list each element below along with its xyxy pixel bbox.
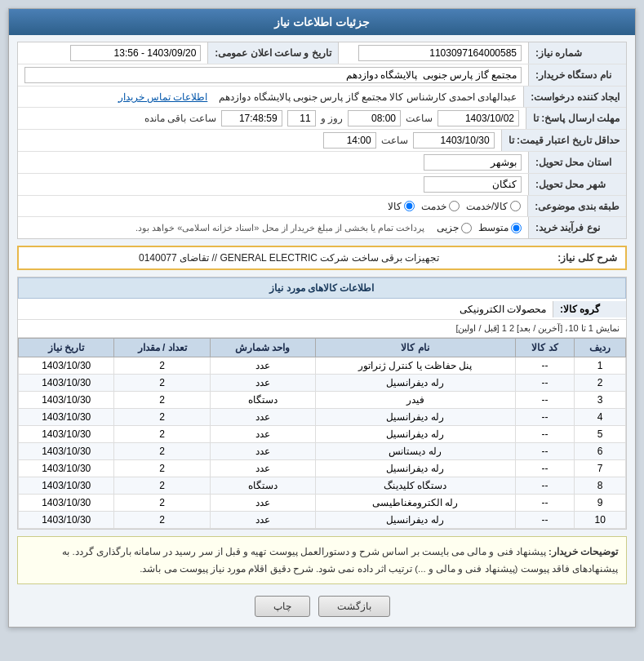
table-cell-date: 1403/10/30: [19, 477, 114, 495]
table-cell-unit: دستگاه: [210, 392, 315, 409]
table-cell-row: 10: [575, 512, 626, 529]
reply-date-input[interactable]: [437, 110, 519, 126]
col-unit: واحد شمارش: [210, 339, 315, 357]
items-section: اطلاعات کالاهای مورد نیاز گروه کالا: محص…: [17, 277, 627, 530]
time-label: ساعت: [406, 113, 433, 124]
table-cell-name: رله الکترومغناطیسی: [315, 495, 515, 512]
items-table: ردیف کد کالا نام کالا واحد شمارش تعداد /…: [18, 338, 626, 529]
remaining-label: ساعت باقی مانده: [144, 113, 216, 124]
table-cell-qty: 2: [114, 495, 210, 512]
table-cell-name: رله دیفرانسیل: [315, 409, 515, 426]
table-cell-qty: 2: [114, 375, 210, 392]
purchase-type-radio-partial[interactable]: [461, 223, 472, 233]
category-option-service[interactable]: خدمت: [421, 201, 460, 212]
table-row: 9--رله الکترومغناطیسیعدد21403/10/30: [19, 495, 626, 512]
days-label: روز و: [321, 113, 343, 124]
group-row: گروه کالا: محصولات الکترونیکی: [18, 299, 626, 320]
city-value: [18, 174, 528, 195]
category-label-kala-service: کالا/خدمت: [466, 201, 508, 212]
table-cell-qty: 2: [114, 426, 210, 443]
table-cell-unit: عدد: [210, 357, 315, 375]
reply-days-input[interactable]: [287, 110, 316, 126]
reply-deadline-row: مهلت ارسال پاسخ: تا ساعت روز و ساعت باقی…: [18, 108, 626, 130]
col-date: تاریخ نیاز: [19, 339, 114, 357]
table-header-row: ردیف کد کالا نام کالا واحد شمارش تعداد /…: [19, 339, 626, 357]
category-option-kala[interactable]: کالا: [388, 201, 415, 212]
purchase-type-label: نوع فرآیند خرید:: [528, 217, 626, 238]
purchase-type-option-partial[interactable]: جزیی: [437, 222, 472, 233]
price-deadline-label: حداقل تاریخ اعتبار قیمت: تا: [501, 130, 626, 151]
need-number-row: شماره نیاز: تاریخ و ساعت اعلان عمومی:: [18, 42, 626, 64]
price-time-input[interactable]: [323, 132, 376, 149]
note-text: پیشنهاد فنی و مالی می بایست بر اساس شرح …: [62, 547, 618, 574]
category-label-service: خدمت: [421, 201, 446, 212]
table-row: 1--پنل حفاظت یا کنترل ژنراتورعدد21403/10…: [19, 357, 626, 375]
creator-value: عبدالهادی احمدی کارشناس کالا مجتمع گاز پ…: [18, 87, 523, 107]
buyer-name-input[interactable]: [24, 67, 522, 83]
table-cell-unit: عدد: [210, 512, 315, 529]
category-label: طبقه بندی موضوعی:: [527, 196, 626, 216]
category-label-kala: کالا: [388, 201, 402, 212]
purchase-type-option-medium[interactable]: متوسط: [478, 222, 522, 233]
province-label: استان محل تحویل:: [528, 152, 626, 173]
table-cell-row: 5: [575, 426, 626, 443]
price-deadline-row: حداقل تاریخ اعتبار قیمت: تا ساعت: [18, 130, 626, 152]
province-row: استان محل تحویل:: [18, 152, 626, 174]
page-title: جزئیات اطلاعات نیاز: [9, 9, 635, 35]
table-cell-unit: عدد: [210, 460, 315, 477]
datetime-label: تاریخ و ساعت اعلان عمومی:: [207, 42, 338, 64]
table-cell-qty: 2: [114, 357, 210, 375]
reply-remaining-input[interactable]: [221, 110, 282, 126]
category-radio-kala-service[interactable]: [510, 201, 521, 211]
table-cell-qty: 2: [114, 392, 210, 409]
table-cell-date: 1403/10/30: [19, 357, 114, 375]
table-cell-row: 2: [575, 375, 626, 392]
table-cell-qty: 2: [114, 512, 210, 529]
category-option-kala-service[interactable]: کالا/خدمت: [466, 201, 521, 212]
purchase-note: پرداخت تمام یا بخشی از مبلغ خریدار از مح…: [135, 223, 424, 233]
back-button[interactable]: بازگشت: [318, 596, 390, 617]
table-cell-row: 3: [575, 392, 626, 409]
table-cell-name: رله دیفرانسیل: [315, 512, 515, 529]
need-number-input[interactable]: [358, 45, 522, 61]
province-input[interactable]: [424, 154, 522, 171]
table-cell-name: فیدر: [315, 392, 515, 409]
city-label: شهر محل تحویل:: [528, 174, 626, 195]
category-radio-service[interactable]: [449, 201, 460, 211]
table-cell-unit: عدد: [210, 426, 315, 443]
table-cell-code: --: [515, 443, 575, 460]
table-row: 3--فیدردستگاه21403/10/30: [19, 392, 626, 409]
table-cell-qty: 2: [114, 443, 210, 460]
table-cell-row: 6: [575, 443, 626, 460]
datetime-input[interactable]: [70, 45, 201, 61]
table-cell-code: --: [515, 409, 575, 426]
col-code: کد کالا: [515, 339, 575, 357]
creator-text: عبدالهادی احمدی کارشناس کالا مجتمع گاز پ…: [219, 91, 517, 103]
table-cell-name: رله دیفرانسیل: [315, 426, 515, 443]
price-date-input[interactable]: [413, 132, 495, 149]
reply-time-input[interactable]: [348, 110, 401, 126]
table-cell-date: 1403/10/30: [19, 426, 114, 443]
table-row: 4--رله دیفرانسیلعدد21403/10/30: [19, 409, 626, 426]
city-row: شهر محل تحویل:: [18, 174, 626, 196]
category-value: کالا/خدمت خدمت کالا: [18, 196, 527, 216]
creator-row: ایجاد کننده درخواست: عبدالهادی احمدی کار…: [18, 87, 626, 108]
buyer-name-value: [18, 64, 528, 86]
table-cell-date: 1403/10/30: [19, 392, 114, 409]
table-cell-name: پنل حفاظت یا کنترل ژنراتور: [315, 357, 515, 375]
table-row: 5--رله دیفرانسیلعدد21403/10/30: [19, 426, 626, 443]
description-label: شرح کلی نیاز:: [557, 252, 617, 264]
contact-link[interactable]: اطلاعات تماس خریدار: [118, 91, 208, 103]
table-cell-code: --: [515, 460, 575, 477]
table-cell-code: --: [515, 375, 575, 392]
table-cell-qty: 2: [114, 460, 210, 477]
table-row: 10--رله دیفرانسیلعدد21403/10/30: [19, 512, 626, 529]
table-cell-name: رله دیفرانسیل: [315, 375, 515, 392]
col-qty: تعداد / مقدار: [114, 339, 210, 357]
city-input[interactable]: [424, 176, 522, 193]
print-button[interactable]: چاپ: [255, 596, 310, 617]
main-info-section: شماره نیاز: تاریخ و ساعت اعلان عمومی: نا…: [17, 42, 627, 239]
table-cell-code: --: [515, 426, 575, 443]
category-radio-kala[interactable]: [404, 201, 415, 211]
purchase-type-radio-medium[interactable]: [511, 223, 522, 233]
